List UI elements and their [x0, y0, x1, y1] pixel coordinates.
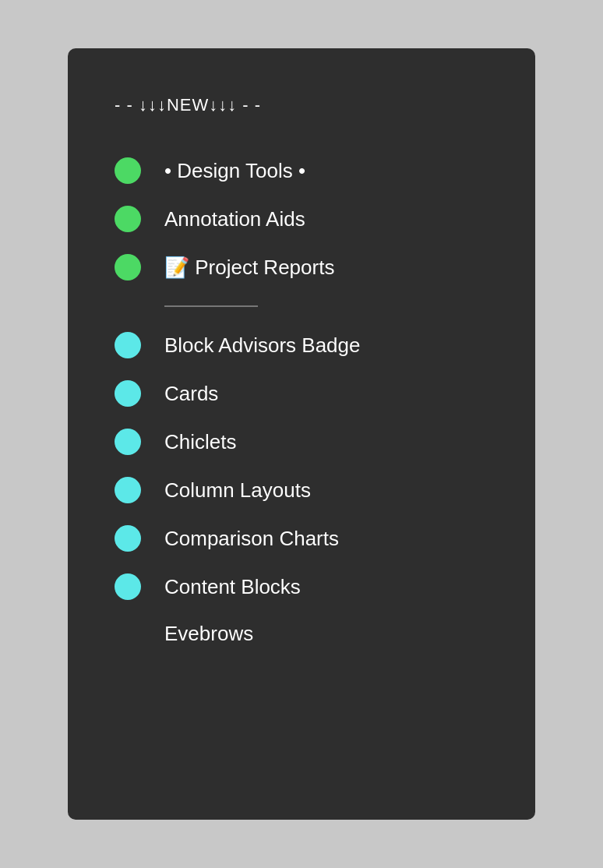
status-dot-cyan: [115, 573, 141, 600]
status-dot-cyan: [115, 380, 141, 407]
item-label-chiclets: Chiclets: [164, 430, 236, 454]
list-item[interactable]: Annotation Aids: [115, 195, 488, 243]
menu-section-green: • Design Tools • Annotation Aids 📝 Proje…: [115, 146, 488, 291]
list-item[interactable]: Cards: [115, 369, 488, 418]
item-label-evebrows: Evebrows: [164, 622, 253, 646]
list-item[interactable]: Column Layouts: [115, 466, 488, 514]
item-label-design-tools: • Design Tools •: [164, 159, 305, 183]
status-dot-cyan: [115, 332, 141, 358]
status-dot-green: [115, 254, 141, 281]
item-label-column-layouts: Column Layouts: [164, 478, 311, 503]
menu-section-cyan: Block Advisors Badge Cards Chiclets Colu…: [115, 321, 488, 611]
status-dot-cyan: [115, 429, 141, 455]
list-item[interactable]: 📝 Project Reports: [115, 243, 488, 291]
item-label-cards: Cards: [164, 382, 218, 406]
status-dot-cyan: [115, 525, 141, 552]
main-panel: - - ↓↓↓NEW↓↓↓ - - • Design Tools • Annot…: [68, 48, 535, 820]
new-banner: - - ↓↓↓NEW↓↓↓ - -: [115, 95, 488, 115]
item-label-comparison-charts: Comparison Charts: [164, 527, 339, 551]
item-label-annotation-aids: Annotation Aids: [164, 207, 305, 231]
list-item[interactable]: Chiclets: [115, 418, 488, 466]
item-label-project-reports: 📝 Project Reports: [164, 256, 334, 280]
section-divider: [164, 305, 258, 307]
list-item[interactable]: • Design Tools •: [115, 146, 488, 195]
list-item[interactable]: Comparison Charts: [115, 514, 488, 563]
list-item[interactable]: Content Blocks: [115, 563, 488, 611]
status-dot-cyan: [115, 477, 141, 503]
status-dot-green: [115, 157, 141, 184]
item-label-block-advisors-badge: Block Advisors Badge: [164, 333, 360, 358]
status-dot-green: [115, 206, 141, 232]
list-item[interactable]: Evebrows: [115, 611, 488, 657]
item-label-content-blocks: Content Blocks: [164, 575, 301, 599]
list-item[interactable]: Block Advisors Badge: [115, 321, 488, 369]
